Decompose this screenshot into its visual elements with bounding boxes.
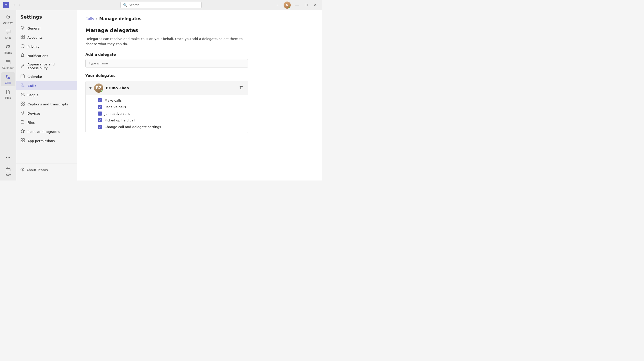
delegate-header: ▼ BZ Bruno Zhao [86,81,248,95]
chat-icon [6,29,11,36]
svg-point-23 [22,112,23,113]
about-teams-link[interactable]: About Teams [20,168,73,172]
svg-point-9 [9,157,10,158]
files-settings-label: Files [27,121,35,124]
search-input[interactable] [129,3,199,7]
left-nav: Activity Chat Teams [0,10,16,180]
settings-item-calendar[interactable]: Calendar [16,72,77,81]
appearance-icon [20,64,25,69]
forward-button[interactable]: › [18,2,22,8]
svg-rect-14 [21,37,22,39]
user-avatar-button[interactable]: U [284,2,291,9]
store-icon [6,166,11,173]
settings-item-accounts[interactable]: Accounts [16,33,77,42]
check-icon: ✓ [99,119,101,122]
svg-point-18 [23,93,24,94]
svg-point-5 [8,45,10,47]
sidebar-item-store[interactable]: Store [1,164,15,178]
general-label: General [27,26,40,30]
calls-label: Calls [5,81,11,84]
back-button[interactable]: ‹ [12,2,17,8]
settings-item-permissions[interactable]: App permissions [16,136,77,145]
more-options-button[interactable]: ⋯ [273,2,282,8]
files-icon [6,89,11,96]
settings-item-general[interactable]: General [16,24,77,33]
check-icon: ✓ [99,125,101,129]
settings-item-privacy[interactable]: Privacy [16,42,77,51]
plans-label: Plans and upgrades [27,130,60,134]
settings-menu: General Accounts [16,24,77,163]
notifications-label: Notifications [27,54,48,58]
teams-icon [6,44,11,51]
chat-label: Chat [5,36,11,39]
calendar-settings-icon [20,74,25,79]
captions-icon [20,102,25,107]
delegate-name: Bruno Zhao [106,86,235,90]
svg-point-7 [6,157,7,158]
minimize-button[interactable]: — [293,2,301,8]
activity-label: Activity [3,21,13,24]
store-label: Store [5,174,11,176]
svg-rect-3 [6,30,10,33]
sidebar-item-calls[interactable]: Calls [1,72,15,86]
svg-rect-12 [21,35,22,37]
sidebar-item-chat[interactable]: Chat [1,27,15,41]
plans-icon [20,129,25,134]
sidebar-item-files[interactable]: Files [1,87,15,101]
make-calls-checkbox[interactable]: ✓ [98,98,102,102]
settings-item-files[interactable]: Files [16,118,77,127]
permission-receive-calls: ✓ Receive calls [98,105,243,109]
svg-rect-27 [21,141,22,142]
svg-point-8 [8,157,8,158]
settings-item-captions[interactable]: Captions and transcripts [16,100,77,109]
settings-item-notifications[interactable]: Notifications [16,51,77,60]
breadcrumb: Calls › Manage delegates [85,16,314,21]
permission-pickup-held: ✓ Picked up held call [98,118,243,122]
privacy-icon [20,44,25,49]
settings-item-plans[interactable]: Plans and upgrades [16,127,77,136]
maximize-button[interactable]: □ [303,2,310,8]
general-icon [20,26,25,31]
settings-item-people[interactable]: People [16,90,77,100]
svg-point-2 [8,16,9,17]
delegate-avatar: BZ [94,84,103,93]
svg-rect-16 [21,75,24,78]
settings-item-calls[interactable]: Calls [16,81,77,90]
calendar-label: Calendar [2,66,14,69]
sidebar-item-teams[interactable]: Teams [1,42,15,56]
online-status-indicator [289,7,291,9]
settings-sidebar: Settings General [16,10,77,180]
check-icon: ✓ [99,105,101,109]
delete-delegate-button[interactable] [238,84,244,92]
app-logo: T [3,2,9,8]
people-label: People [27,93,38,97]
change-settings-checkbox[interactable]: ✓ [98,125,102,129]
permission-make-calls: ✓ Make calls [98,98,243,102]
titlebar: T ‹ › 🔍 ⋯ U — □ ✕ [0,0,322,10]
settings-item-devices[interactable]: Devices [16,109,77,118]
files-settings-icon [20,120,25,125]
permission-join-active: ✓ Join active calls [98,112,243,116]
svg-text:T: T [5,3,7,7]
settings-item-appearance[interactable]: Appearance and accessibility [16,60,77,72]
pickup-held-label: Picked up held call [105,118,135,122]
close-button[interactable]: ✕ [312,2,319,8]
delegate-permissions: ✓ Make calls ✓ Receive calls ✓ Join acti… [86,95,248,133]
svg-rect-22 [23,104,24,105]
captions-label: Captions and transcripts [27,102,68,106]
pickup-held-checkbox[interactable]: ✓ [98,118,102,122]
collapse-chevron-icon[interactable]: ▼ [89,86,92,90]
titlebar-actions: ⋯ U — □ ✕ [273,2,319,9]
breadcrumb-parent[interactable]: Calls [85,17,94,21]
add-delegate-input[interactable] [85,59,248,67]
svg-rect-26 [23,138,24,140]
accounts-icon [20,35,25,40]
check-icon: ✓ [99,99,101,102]
about-teams-label: About Teams [26,168,48,172]
sidebar-item-calendar[interactable]: Calendar [1,57,15,71]
more-apps-button[interactable] [4,153,13,163]
add-delegate-section-title: Add a delegate [85,52,314,57]
sidebar-item-activity[interactable]: Activity [1,12,15,26]
receive-calls-checkbox[interactable]: ✓ [98,105,102,109]
join-active-checkbox[interactable]: ✓ [98,112,102,116]
